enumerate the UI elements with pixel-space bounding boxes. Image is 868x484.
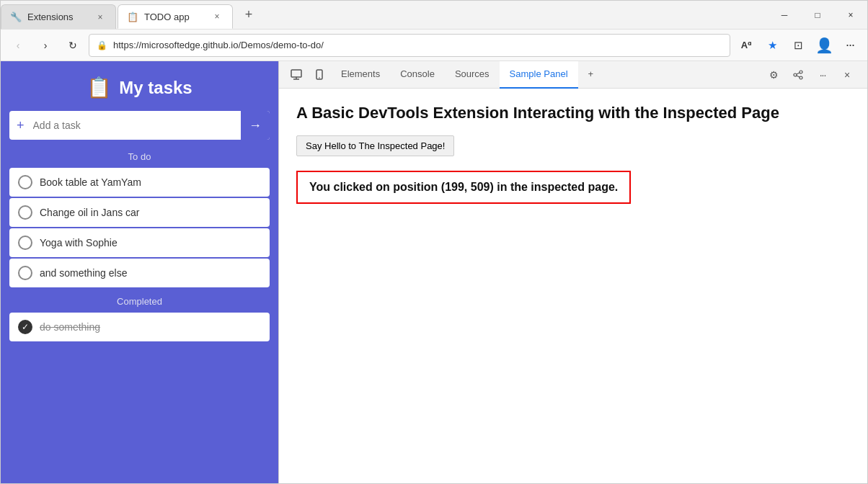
todo-icon: 📋: [87, 76, 112, 99]
devtools-right-icons: ⚙ ··· ×: [762, 63, 859, 86]
tabs-area: 🔧 Extensions × 📋 TODO app × +: [1, 1, 768, 29]
collections-button[interactable]: ⊡: [787, 34, 810, 57]
address-text: https://microsoftedge.github.io/Demos/de…: [113, 40, 722, 50]
svg-rect-0: [291, 70, 301, 77]
devtools-close-button[interactable]: ×: [836, 63, 859, 86]
devtools-tab-add[interactable]: +: [578, 61, 604, 89]
forward-button[interactable]: ›: [34, 34, 57, 57]
close-button[interactable]: ×: [834, 1, 867, 30]
nav-bar: ‹ › ↻ 🔒 https://microsoftedge.github.io/…: [1, 30, 867, 61]
task-label-2: Change oil in Jans car: [40, 207, 140, 218]
tab-todo[interactable]: 📋 TODO app ×: [118, 4, 233, 29]
svg-line-7: [797, 76, 800, 77]
read-aloud-button[interactable]: Aᵅ: [735, 34, 758, 57]
task-label-4: and something else: [40, 267, 127, 279]
task-item[interactable]: Book table at YamYam: [9, 168, 270, 197]
todo-header: 📋 My tasks: [1, 61, 278, 111]
nav-right-buttons: Aᵅ ★ ⊡ 👤 ···: [735, 34, 862, 57]
devtools-heading: A Basic DevTools Extension Interacting w…: [296, 103, 850, 124]
tab-extensions[interactable]: 🔧 Extensions ×: [1, 4, 116, 29]
todo-section-label: To do: [1, 151, 278, 162]
devtools-panel: Elements Console Sources Sample Panel + …: [278, 61, 867, 483]
task-item[interactable]: and something else: [9, 259, 270, 287]
task-checkbox-1[interactable]: [18, 175, 32, 189]
task-checkbox-4[interactable]: [18, 266, 32, 280]
click-info-text: You clicked on position (199, 509) in th…: [309, 181, 618, 193]
svg-point-2: [319, 77, 320, 79]
svg-point-5: [800, 76, 802, 79]
devtools-tab-sample[interactable]: Sample Panel: [500, 61, 578, 89]
todo-tab-close[interactable]: ×: [211, 10, 223, 23]
task-item[interactable]: Yoga with Sophie: [9, 228, 270, 257]
new-tab-button[interactable]: +: [237, 4, 260, 27]
todo-sidebar: 📋 My tasks + → To do Book table at YamYa…: [1, 61, 278, 483]
task-checkbox-2[interactable]: [18, 205, 32, 220]
completed-label-1: do something: [40, 321, 100, 333]
devtools-inspect-icon[interactable]: [285, 63, 308, 86]
task-label-3: Yoga with Sophie: [40, 237, 118, 248]
task-label-1: Book table at YamYam: [40, 176, 141, 188]
main-area: 📋 My tasks + → To do Book table at YamYa…: [1, 61, 867, 483]
click-info-box: You clicked on position (199, 509) in th…: [296, 171, 631, 204]
devtools-content: A Basic DevTools Extension Interacting w…: [279, 89, 867, 483]
address-bar[interactable]: 🔒 https://microsoftedge.github.io/Demos/…: [89, 34, 730, 57]
extensions-tab-close[interactable]: ×: [94, 11, 107, 24]
completed-checkbox-1[interactable]: ✓: [18, 320, 32, 334]
favorites-button[interactable]: ★: [761, 34, 784, 57]
devtools-tabs-bar: Elements Console Sources Sample Panel + …: [279, 61, 867, 89]
say-hello-button[interactable]: Say Hello to The Inspected Page!: [296, 135, 454, 156]
devtools-device-icon[interactable]: [308, 63, 331, 86]
completed-section: Completed ✓ do something: [1, 296, 278, 341]
svg-point-3: [794, 73, 797, 76]
lock-icon: 🔒: [97, 40, 107, 50]
task-list: Book table at YamYam Change oil in Jans …: [1, 168, 278, 287]
profile-button[interactable]: 👤: [812, 34, 836, 57]
add-task-row: + →: [9, 111, 270, 140]
task-item[interactable]: Change oil in Jans car: [9, 198, 270, 227]
title-bar: 🔧 Extensions × 📋 TODO app × + ─ □ ×: [1, 1, 867, 30]
devtools-remote-button[interactable]: [787, 63, 810, 86]
svg-point-4: [800, 71, 802, 73]
todo-title: My tasks: [119, 78, 192, 98]
devtools-tab-console[interactable]: Console: [390, 61, 445, 89]
extensions-tab-label: Extensions: [27, 12, 88, 22]
svg-line-6: [797, 73, 800, 74]
refresh-button[interactable]: ↻: [61, 34, 84, 57]
browser-window: 🔧 Extensions × 📋 TODO app × + ─ □ × ‹ › …: [0, 0, 868, 484]
todo-tab-label: TODO app: [144, 12, 205, 22]
settings-more-button[interactable]: ···: [838, 34, 862, 57]
add-task-input[interactable]: [25, 112, 241, 138]
maximize-button[interactable]: □: [801, 1, 834, 30]
completed-section-label: Completed: [1, 296, 278, 307]
todo-tab-icon: 📋: [127, 11, 138, 22]
minimize-button[interactable]: ─: [768, 1, 801, 30]
extensions-tab-icon: 🔧: [10, 12, 22, 23]
devtools-settings-button[interactable]: ⚙: [762, 63, 785, 86]
add-task-button[interactable]: →: [241, 111, 270, 140]
add-icon: +: [9, 118, 25, 133]
devtools-tab-sources[interactable]: Sources: [445, 61, 500, 89]
completed-task-list: ✓ do something: [1, 313, 278, 341]
devtools-tab-elements[interactable]: Elements: [331, 61, 390, 89]
devtools-more-button[interactable]: ···: [811, 63, 834, 86]
window-controls: ─ □ ×: [768, 1, 867, 29]
back-button[interactable]: ‹: [6, 34, 30, 57]
task-checkbox-3[interactable]: [18, 236, 32, 250]
completed-task-item[interactable]: ✓ do something: [9, 313, 270, 341]
